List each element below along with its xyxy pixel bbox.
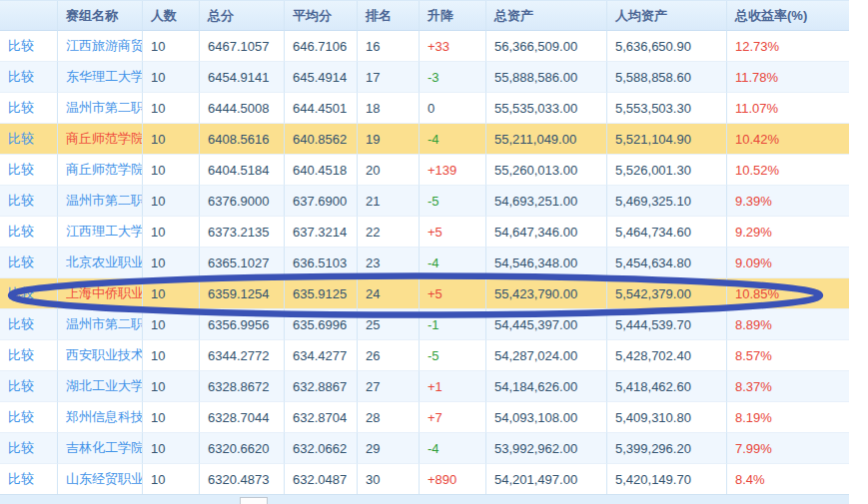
compare-link[interactable]: 比较 <box>8 284 34 302</box>
per-capita-assets: 5,469,325.10 <box>607 186 727 217</box>
return-rate: 11.07% <box>727 93 849 124</box>
team-name-link[interactable]: 商丘师范学院技 <box>66 161 142 179</box>
total-score: 6454.9141 <box>200 62 285 93</box>
pagination-bar <box>0 494 849 504</box>
table-row: 比较 东华理工大学云 10 6454.9141 645.4914 17 -3 5… <box>0 62 849 93</box>
per-capita-assets: 5,444,539.70 <box>607 309 727 340</box>
compare-link[interactable]: 比较 <box>8 470 34 488</box>
rank-change: +139 <box>420 155 486 186</box>
average-score: 634.4277 <box>285 340 358 371</box>
rank: 18 <box>358 93 420 124</box>
return-rate: 7.99% <box>727 433 849 464</box>
return-rate: 12.73% <box>727 31 849 62</box>
average-score: 645.4914 <box>285 62 358 93</box>
header-rank-change: 升降 <box>420 1 486 31</box>
team-name-link[interactable]: 温州市第二职业 <box>66 192 142 210</box>
team-name-link[interactable]: 西安职业技术学 <box>66 346 142 364</box>
average-score: 635.6996 <box>285 309 358 340</box>
return-rate: 8.4% <box>727 464 849 495</box>
rank-change: +5 <box>420 217 486 248</box>
per-capita-assets: 5,420,149.70 <box>607 464 727 495</box>
member-count: 10 <box>143 124 200 155</box>
compare-link[interactable]: 比较 <box>8 377 34 395</box>
table-row: 比较 温州市第二职业 10 6376.9000 637.6900 21 -5 5… <box>0 186 849 217</box>
table-row: 比较 上海中侨职业技 10 6359.1254 635.9125 24 +5 5… <box>0 278 849 309</box>
compare-link[interactable]: 比较 <box>8 253 34 271</box>
member-count: 10 <box>143 186 200 217</box>
compare-link[interactable]: 比较 <box>8 68 34 86</box>
team-name-link[interactable]: 温州市第二职业 <box>66 315 142 333</box>
rank: 26 <box>358 340 420 371</box>
rank: 25 <box>358 309 420 340</box>
average-score: 632.0662 <box>285 433 358 464</box>
header-average-score: 平均分 <box>285 1 358 31</box>
compare-link[interactable]: 比较 <box>8 37 34 55</box>
table-row: 比较 郑州信息科技职 10 6328.7044 632.8704 28 +7 5… <box>0 402 849 433</box>
compare-link[interactable]: 比较 <box>8 192 34 210</box>
average-score: 646.7106 <box>285 31 358 62</box>
rank: 23 <box>358 248 420 278</box>
compare-link[interactable]: 比较 <box>8 346 34 364</box>
rank-change: +890 <box>420 464 486 495</box>
member-count: 10 <box>143 217 200 248</box>
team-name-link[interactable]: 商丘师范学院技 <box>66 130 142 148</box>
compare-link[interactable]: 比较 <box>8 130 34 148</box>
pagination-control[interactable] <box>240 497 268 504</box>
team-name-link[interactable]: 湖北工业大学工 <box>66 377 142 395</box>
team-name-link[interactable]: 温州市第二职业 <box>66 99 142 117</box>
team-name-link[interactable]: 上海中侨职业技 <box>66 284 142 302</box>
ranking-table: 赛组名称 人数 总分 平均分 排名 升降 总资产 人均资产 总收益率(%) 比较… <box>0 0 849 495</box>
rank-change: -4 <box>420 124 486 155</box>
average-score: 644.4501 <box>285 93 358 124</box>
compare-link[interactable]: 比较 <box>8 99 34 117</box>
team-name-link[interactable]: 江西旅游商贸职 <box>66 37 142 55</box>
team-name-link[interactable]: 北京农业职业学 <box>66 253 142 271</box>
return-rate: 8.57% <box>727 340 849 371</box>
team-name-link[interactable]: 吉林化工学院2 <box>66 439 142 457</box>
average-score: 636.5103 <box>285 248 358 278</box>
rank: 29 <box>358 433 420 464</box>
rank-change: -5 <box>420 186 486 217</box>
total-score: 6376.9000 <box>200 186 285 217</box>
table-body: 比较 江西旅游商贸职 10 6467.1057 646.7106 16 +33 … <box>0 31 849 495</box>
total-score: 6328.8672 <box>200 371 285 402</box>
compare-link[interactable]: 比较 <box>8 408 34 426</box>
rank: 28 <box>358 402 420 433</box>
total-score: 6359.1254 <box>200 278 285 309</box>
average-score: 632.8704 <box>285 402 358 433</box>
total-assets: 55,260,013.00 <box>486 155 607 186</box>
average-score: 640.8562 <box>285 124 358 155</box>
member-count: 10 <box>143 433 200 464</box>
per-capita-assets: 5,464,734.60 <box>607 217 727 248</box>
compare-link[interactable]: 比较 <box>8 315 34 333</box>
table-header: 赛组名称 人数 总分 平均分 排名 升降 总资产 人均资产 总收益率(%) <box>0 1 849 31</box>
total-score: 6328.7044 <box>200 402 285 433</box>
total-assets: 56,366,509.00 <box>486 31 607 62</box>
total-score: 6408.5616 <box>200 124 285 155</box>
total-assets: 54,184,626.00 <box>486 371 607 402</box>
member-count: 10 <box>143 62 200 93</box>
team-name-link[interactable]: 东华理工大学云 <box>66 68 142 86</box>
average-score: 637.3214 <box>285 217 358 248</box>
rank: 22 <box>358 217 420 248</box>
table-row: 比较 温州市第二职业 10 6356.9956 635.6996 25 -1 5… <box>0 309 849 340</box>
compare-link[interactable]: 比较 <box>8 439 34 457</box>
rank: 30 <box>358 464 420 495</box>
return-rate: 10.85% <box>727 278 849 309</box>
per-capita-assets: 5,542,379.00 <box>607 278 727 309</box>
rank-change: +1 <box>420 371 486 402</box>
team-name-link[interactable]: 江西理工大学应 <box>66 223 142 241</box>
compare-link[interactable]: 比较 <box>8 161 34 179</box>
compare-link[interactable]: 比较 <box>8 223 34 241</box>
total-assets: 55,423,790.00 <box>486 278 607 309</box>
total-score: 6404.5184 <box>200 155 285 186</box>
average-score: 635.9125 <box>285 278 358 309</box>
total-score: 6320.6620 <box>200 433 285 464</box>
total-assets: 54,546,348.00 <box>486 248 607 278</box>
return-rate: 8.19% <box>727 402 849 433</box>
member-count: 10 <box>143 371 200 402</box>
team-name-link[interactable]: 山东经贸职业学 <box>66 470 142 488</box>
team-name-link[interactable]: 郑州信息科技职 <box>66 408 142 426</box>
rank-change: +7 <box>420 402 486 433</box>
return-rate: 9.29% <box>727 217 849 248</box>
